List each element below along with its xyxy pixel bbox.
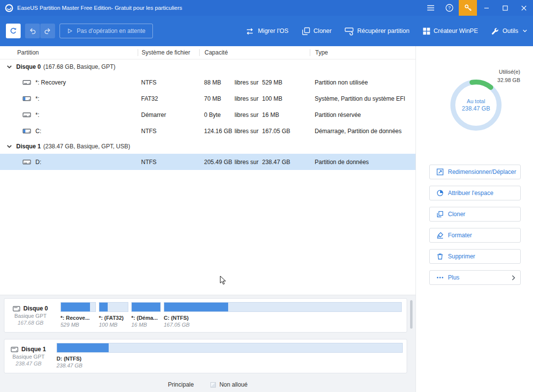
partition-block-reserved[interactable]: *: (Déma... 16 MB [131,302,161,332]
allocate-space-button[interactable]: Attribuer l'espace [429,186,521,200]
undo-icon [29,27,36,35]
column-header-type: Type [310,49,415,56]
migrate-os-icon [245,27,254,35]
disk-map-size: 238.47 GB [16,361,42,366]
block-label: *: (Déma... [131,315,161,321]
capacity-cell: 70 MB libres sur 100 MB [199,95,310,102]
free-space-value: 0 Byte [204,112,235,118]
partition-name: *: [35,112,39,118]
free-connector-label: libres sur [235,159,262,166]
scrollbar-thumb[interactable] [410,300,413,329]
partition-block-efi[interactable]: *: (FAT32) 100 MB [99,302,128,332]
resize-move-button[interactable]: Redimensionner/Déplacer [429,165,521,179]
filesystem-value: FAT32 [138,95,199,102]
partition-row-efi[interactable]: *: FAT32 70 MB libres sur 100 MB Système… [0,90,415,107]
capacity-cell: 124.16 GB libres sur 167.05 GB [199,128,310,135]
disk-map-panel-disque1: Disque 1 Basique GPT 238.47 GB D: (NTFS)… [4,339,407,373]
minimize-button[interactable] [477,0,496,16]
total-size-value: 100 MB [262,95,282,102]
total-size-value: 167.05 GB [262,128,290,135]
free-space-value: 205.49 GB [204,159,235,166]
total-size-value: 16 MB [262,112,279,118]
resize-icon [437,168,444,175]
tools-label: Outils [503,28,518,34]
used-space-fill [164,303,228,311]
partition-row-reserved[interactable]: *: Démarrer 0 Byte libres sur 16 MB Part… [0,107,415,123]
disk-icon [13,306,20,311]
disk-map-name: Disque 0 [23,305,48,312]
block-label: D: (NTFS) [57,356,403,362]
legend-item-unallocated: Non alloué [210,381,247,388]
delete-button[interactable]: Supprimer [429,249,521,264]
partition-block-d[interactable]: D: (NTFS) 238.47 GB [57,343,403,373]
help-button[interactable]: ? [440,0,459,16]
tools-button[interactable]: Outils [491,27,527,35]
disk-map-layout: Basique GPT [12,354,44,360]
close-button[interactable] [514,0,533,16]
system-partition-icon [23,95,31,102]
filesystem-value: Démarrer [138,112,199,118]
block-size: 100 MB [99,322,128,328]
format-button[interactable]: Formater [429,228,521,243]
pending-operations-label: Pas d'opération en attente [77,28,146,34]
used-space-fill [132,303,160,311]
partition-row-d[interactable]: D: NTFS 205.49 GB libres sur 238.47 GB P… [0,154,415,170]
clone-icon [437,211,444,218]
clone-partition-button[interactable]: Cloner [429,207,521,222]
clone-button[interactable]: Cloner [302,27,332,35]
right-panel: Utilisé(e) 32.98 GB Au total 238.47 GB R… [415,46,533,392]
used-space-fill [57,343,109,352]
partition-cell: *: Recovery [0,79,138,86]
more-button[interactable]: Plus [429,270,521,285]
redo-icon [44,27,52,35]
toolbar: Pas d'opération en attente Migrer l'OS C… [0,16,533,46]
partition-block-recovery[interactable]: *: Recove... 529 MB [60,302,96,332]
collapse-icon [7,145,12,148]
partition-block-c[interactable]: C: (NTFS) 167.05 GB [164,302,402,332]
filesystem-value: NTFS [138,128,199,135]
recover-partition-label: Récupérer partition [357,28,409,34]
easeus-partition-master-window: EaseUS Partition Master Free Edition- Gr… [0,0,533,392]
recover-partition-icon [345,27,354,35]
undo-button[interactable] [25,24,40,38]
titlebar: EaseUS Partition Master Free Edition- Gr… [0,0,533,16]
migrate-os-button[interactable]: Migrer l'OS [245,27,288,35]
free-connector-label: libres sur [235,112,262,118]
disk-group-row-disque0[interactable]: Disque 0 (167.68 GB, Basique, GPT) [0,59,415,74]
partition-name: *: [35,95,39,102]
menu-button[interactable] [421,0,440,16]
partition-bar [60,302,96,312]
disk-group-row-disque1[interactable]: Disque 1 (238.47 GB, Basique, GPT, USB) [0,139,415,154]
chevron-right-icon [512,275,515,280]
toolbar-actions: Migrer l'OS Cloner Récupérer partition C… [245,27,527,35]
block-label: C: (NTFS) [164,315,402,321]
total-size-value: 238.47 GB [262,159,290,166]
free-space-value: 88 MB [204,79,235,86]
pending-operations-button[interactable]: Pas d'opération en attente [59,24,153,38]
disk-map-layout: Basique GPT [14,313,46,319]
upgrade-button[interactable] [459,0,477,16]
free-space-value: 70 MB [204,95,235,102]
partition-row-c[interactable]: C: NTFS 124.16 GB libres sur 167.05 GB D… [0,123,415,139]
used-space-fill [99,303,108,311]
recover-partition-button[interactable]: Récupérer partition [345,27,409,35]
chevron-down-icon [523,29,527,32]
refresh-button[interactable] [6,24,21,38]
clone-label: Cloner [314,28,332,34]
usage-donut-center: Au total 238.47 GB [445,75,506,136]
pie-icon [437,190,444,196]
partition-row-recovery[interactable]: *: Recovery NTFS 88 MB libres sur 529 MB… [0,74,415,90]
redo-button[interactable] [40,24,55,38]
disk-name: Disque 1 [16,143,41,150]
main-content: Partition Système de fichier Capacité Ty… [0,46,533,392]
ellipsis-icon [437,277,444,279]
wrench-icon [491,27,499,35]
free-connector-label: libres sur [235,95,262,102]
partition-bar [99,302,128,312]
block-size: 167.05 GB [164,322,402,328]
winpe-creator-button[interactable]: Créateur WinPE [423,28,478,35]
block-label: *: Recove... [60,315,96,321]
partition-bar [57,343,403,353]
maximize-button[interactable] [496,0,514,16]
disk-map-name: Disque 1 [21,346,46,353]
